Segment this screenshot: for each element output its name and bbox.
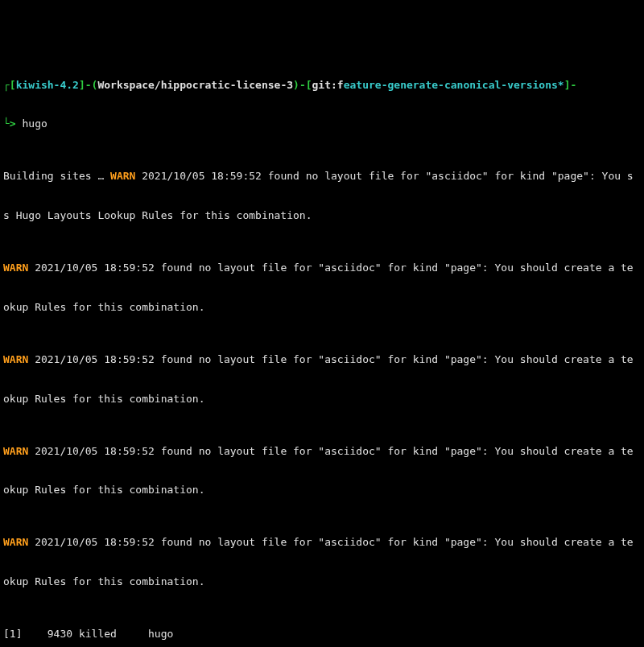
output-line: WARN 2021/10/05 18:59:52 found no layout… [3,262,641,274]
terminal[interactable]: ┌[kiwish-4.2]-(Workspace/hippocratic-lic… [0,0,644,647]
git-branch: eature-generate-canonical-versions* [344,79,564,91]
warn-label: WARN [3,353,28,365]
output-line: okup Rules for this combination. [3,575,641,588]
git-label: git: [312,79,337,91]
prompt-host: kiwish-4.2 [16,79,79,91]
output-line: s Hugo Layouts Lookup Rules for this com… [3,209,641,222]
killed-line: [1] 9430 killed hugo [3,628,641,641]
output-line: okup Rules for this combination. [3,484,641,497]
warn-label: WARN [3,536,28,548]
prompt-line: ┌[kiwish-4.2]-(Workspace/hippocratic-lic… [3,79,641,92]
prompt-cwd: Workspace/hippocratic-license-3 [97,79,293,91]
output-line: WARN 2021/10/05 18:59:52 found no layout… [3,536,641,549]
output-line: WARN 2021/10/05 18:59:52 found no layout… [3,445,641,458]
pane-top[interactable]: ┌[kiwish-4.2]-(Workspace/hippocratic-lic… [0,52,644,647]
output-line: okup Rules for this combination. [3,301,641,314]
prompt-line2: └> hugo [3,117,641,130]
warn-label: WARN [3,262,28,274]
warn-label: WARN [3,445,28,457]
output-line: okup Rules for this combination. [3,393,641,406]
output-line: WARN 2021/10/05 18:59:52 found no layout… [3,353,641,366]
output-line: Building sites … WARN 2021/10/05 18:59:5… [3,170,641,183]
warn-label: WARN [110,170,135,182]
prompt-open: ┌[ [3,79,16,91]
command-hugo: hugo [16,117,47,130]
